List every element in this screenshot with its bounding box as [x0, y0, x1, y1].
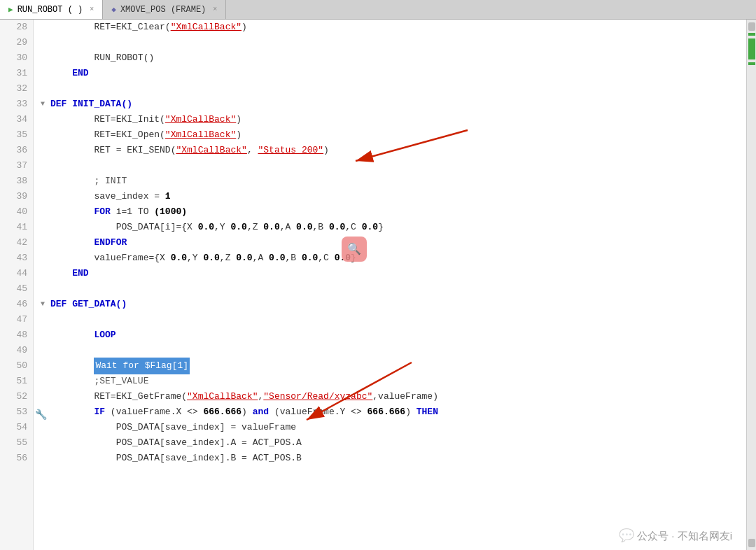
scroll-down-arrow[interactable] — [748, 539, 755, 547]
code-line: RET=EKI_GetFrame("XmlCallBack","Sensor/R… — [41, 389, 739, 404]
code-line: RUN_ROBOT() — [41, 50, 739, 66]
token-plain: RET = EKI_SEND( — [94, 143, 176, 158]
token-num-bold: 0.0 — [296, 220, 312, 235]
code-line: Wait for $Flag[1] — [41, 358, 739, 374]
wrench-icon: 🔧 — [35, 409, 46, 421]
token-plain: , — [247, 143, 258, 158]
token-plain: ) — [236, 112, 241, 127]
token-num-bold: 0.0 — [198, 220, 214, 235]
line-number: 49 — [6, 343, 27, 358]
token-num-bold: 0.0 — [203, 251, 219, 266]
token-plain: , — [258, 389, 263, 404]
line-number: 42 — [6, 235, 27, 251]
code-line: POS_DATA[i]={X 0.0,Y 0.0,Z 0.0,A 0.0,B 0… — [41, 220, 739, 235]
fold-indicator[interactable]: ▼ — [41, 297, 50, 312]
line-number: 39 — [6, 189, 27, 204]
token-num-bold: 0.0 — [362, 220, 378, 235]
highlighted-text: Wait for $Flag[1] — [94, 358, 190, 374]
code-line: LOOP — [41, 327, 739, 343]
token-plain: ,C — [318, 251, 334, 266]
line-number: 38 — [6, 174, 27, 189]
line-number: 34 — [6, 112, 27, 127]
token-num-bold: 0.0 — [263, 220, 279, 235]
token-str-red: "XmlCallBack" — [187, 389, 258, 404]
watermark: 💬 公众号 · 不知名网友i — [619, 528, 732, 543]
line-number: 54 — [6, 420, 27, 435]
line-number: 52 — [6, 389, 27, 404]
token-plain: ,Z — [220, 251, 236, 266]
token-kw-blue: THEN — [416, 404, 438, 420]
token-comment: ; INIT — [94, 174, 127, 189]
line-number: 41 — [6, 220, 27, 235]
token-plain: ,Y — [187, 251, 203, 266]
code-line — [41, 158, 739, 174]
token-kw-blue: DEF GET_DATA() — [50, 297, 127, 312]
code-line: ;SET_VALUE — [41, 374, 739, 389]
tab-run-robot-close[interactable]: × — [90, 6, 94, 13]
code-line: ENDFOR — [41, 235, 739, 251]
token-num-bold: 1 — [165, 189, 171, 204]
code-line — [41, 343, 739, 358]
scroll-mark-2 — [748, 38, 755, 59]
token-kw-blue: END — [72, 266, 88, 281]
line-number: 29 — [6, 35, 27, 50]
code-area[interactable]: RET=EKI_Clear("XmlCallBack") RUN_ROBOT()… — [34, 20, 746, 466]
token-num-bold: 0.0 — [302, 251, 318, 266]
line-number: 47 — [6, 312, 27, 327]
token-comment: ;SET_VALUE — [94, 374, 148, 389]
token-plain: (valueFrame.X <> — [105, 404, 203, 420]
scroll-mark-3 — [748, 62, 755, 65]
line-number: 43 — [6, 251, 27, 266]
line-number: 30 — [6, 50, 27, 66]
line-number: 56 — [6, 451, 27, 466]
code-line: ; INIT — [41, 174, 739, 189]
token-plain: POS_DATA[save_index] = valueFrame — [116, 420, 296, 435]
token-str-red: "XmlCallBack" — [176, 143, 246, 158]
tab-xmove-pos-close[interactable]: × — [213, 6, 217, 13]
code-line: POS_DATA[save_index] = valueFrame — [41, 420, 739, 435]
code-line: ▼DEF INIT_DATA() — [41, 97, 739, 112]
tab-xmove-pos[interactable]: ◆ XMOVE_POS (FRAME) × — [103, 0, 226, 19]
tab-bar: ▶ RUN_ROBOT ( ) × ◆ XMOVE_POS (FRAME) × — [0, 0, 756, 20]
tab-run-robot-icon: ▶ — [8, 5, 13, 14]
token-kw-blue: LOOP — [94, 327, 115, 343]
editor-container: ▶ RUN_ROBOT ( ) × ◆ XMOVE_POS (FRAME) × … — [0, 0, 756, 550]
token-plain: ,Z — [247, 220, 263, 235]
line-number: 55 — [6, 435, 27, 451]
token-plain: ,A — [253, 251, 269, 266]
token-plain: ) — [236, 127, 241, 143]
token-plain: valueFrame={X — [94, 251, 170, 266]
code-line: valueFrame={X 0.0,Y 0.0,Z 0.0,A 0.0,B 0.… — [41, 251, 739, 266]
line-number: 51 — [6, 374, 27, 389]
token-plain: save_index = — [94, 189, 164, 204]
tab-run-robot[interactable]: ▶ RUN_ROBOT ( ) × — [0, 0, 103, 19]
line-number: 37 — [6, 158, 27, 174]
token-plain: RET=EKI_GetFrame( — [94, 389, 187, 404]
scroll-mark-1 — [748, 33, 755, 36]
fold-indicator[interactable]: ▼ — [41, 97, 50, 112]
token-plain: ) — [241, 20, 247, 35]
token-kw-blue: IF — [94, 404, 105, 420]
token-kw-blue: and — [253, 404, 269, 420]
line-number: 36 — [6, 143, 27, 158]
line-number: 46 — [6, 297, 27, 312]
scrollbar[interactable] — [746, 20, 756, 550]
token-plain: ,B — [313, 220, 329, 235]
tab-xmove-pos-icon: ◆ — [111, 5, 116, 14]
token-plain: i=1 TO — [111, 204, 154, 220]
token-str-red: "XmlCallBack" — [171, 20, 241, 35]
scroll-up-arrow[interactable] — [748, 22, 755, 31]
token-plain: POS_DATA[i]={X — [116, 220, 198, 235]
search-icon-overlay: 🔍 — [342, 237, 367, 262]
code-line: END — [41, 266, 739, 281]
token-plain: } — [378, 220, 384, 235]
token-plain: POS_DATA[save_index].A = ACT_POS.A — [116, 435, 302, 451]
code-line — [41, 81, 739, 97]
search-icon: 🔍 — [347, 242, 361, 256]
token-str-red: "XmlCallBack" — [165, 112, 236, 127]
line-number: 48 — [6, 327, 27, 343]
token-plain: RUN_ROBOT() — [94, 50, 154, 66]
editor-body: 2829303132333435363738394041424344454647… — [0, 20, 756, 550]
code-line — [41, 281, 739, 297]
line-number: 31 — [6, 66, 27, 81]
